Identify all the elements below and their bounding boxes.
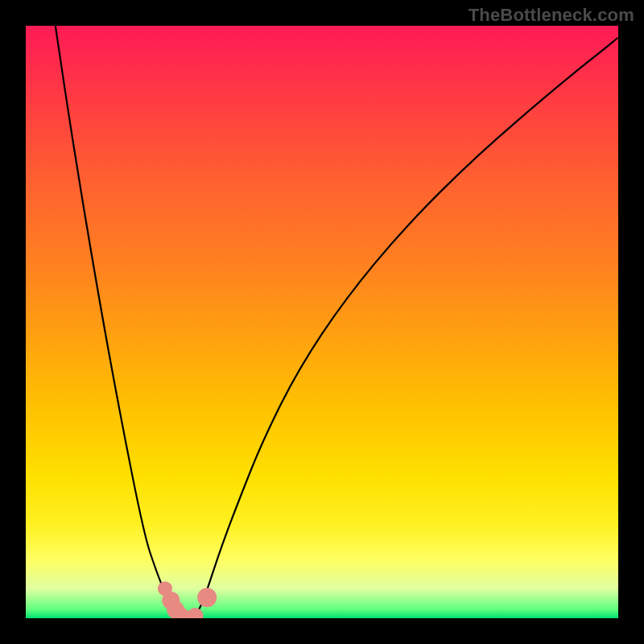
- marker-dot: [188, 608, 204, 618]
- bottleneck-curve: [56, 26, 618, 617]
- chart-frame: TheBottleneck.com: [0, 0, 644, 644]
- marker-dot: [197, 588, 217, 607]
- watermark-text: TheBottleneck.com: [469, 5, 634, 26]
- plot-area: [26, 26, 618, 618]
- curve-layer: [26, 26, 618, 618]
